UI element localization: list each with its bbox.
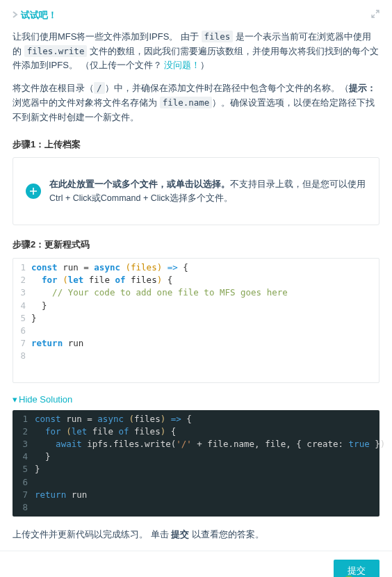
upload-dropzone[interactable]: 在此处放置一个或多个文件，或单击以选择。不支持目录上载，但是您可以使用Ctrl … bbox=[13, 157, 379, 225]
triangle-down-icon: ▾ bbox=[13, 393, 17, 407]
afterword: 上传文件并更新代码以完成练习。 单击 提交 以查看您的答案。 bbox=[13, 528, 379, 542]
upload-text: 在此处放置一个或多个文件，或单击以选择。不支持目录上载，但是您可以使用Ctrl … bbox=[49, 177, 366, 205]
hide-solution-toggle[interactable]: ▾ Hide Solution bbox=[13, 393, 379, 407]
solution-code-block: 1const run = async (files) => { 2 for (l… bbox=[13, 410, 379, 517]
plus-icon bbox=[26, 184, 41, 199]
code-files: files bbox=[202, 31, 234, 42]
section-title-text: 试试吧！ bbox=[21, 8, 57, 23]
submit-button[interactable]: 提交 bbox=[334, 560, 379, 577]
section-title: 试试吧！ bbox=[13, 8, 57, 23]
hide-solution-label: Hide Solution bbox=[19, 393, 72, 407]
intro-paragraph-2: 将文件放在根目录（/）中，并确保在添加文件时在路径中包含每个文件的名称。（提示：… bbox=[13, 81, 379, 124]
intro-paragraph-1: 让我们使用MFS将一些文件添加到IPFS。 由于 files 是一个表示当前可在… bbox=[13, 30, 379, 73]
code-files-write: files.write bbox=[24, 45, 88, 57]
chevron-right-icon bbox=[13, 9, 18, 22]
expand-icon[interactable] bbox=[371, 8, 379, 23]
no-problem-link[interactable]: 没问题！ bbox=[164, 60, 200, 70]
code-root-slash: / bbox=[94, 82, 105, 94]
code-editor-input[interactable]: 1const run = async (files) => { 2 for (l… bbox=[13, 258, 379, 383]
step-1-label: 步骤1：上传档案 bbox=[13, 138, 379, 152]
footer-bar: 提交 ✶ FilCloud bbox=[0, 551, 392, 577]
code-file-name: file.name bbox=[160, 97, 213, 108]
step-2-label: 步骤2：更新程式码 bbox=[13, 238, 379, 252]
